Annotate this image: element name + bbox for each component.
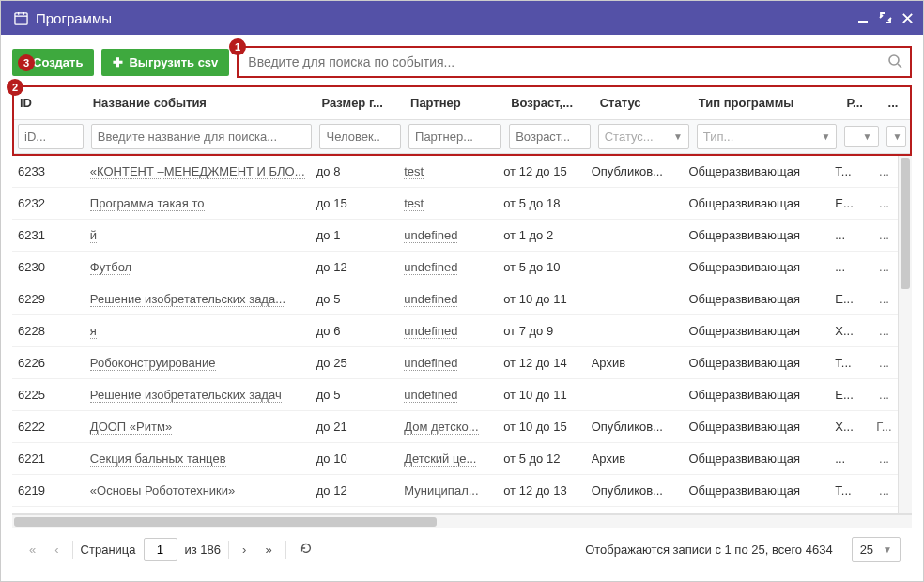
cell-age: от 12 до 14 bbox=[498, 347, 585, 379]
cell-status: Архив bbox=[586, 347, 684, 379]
table-row[interactable]: 6232Программа такая тодо 15testот 5 до 1… bbox=[12, 188, 898, 220]
cell-size: до 1 bbox=[311, 220, 398, 252]
col-r[interactable]: Р... bbox=[840, 87, 882, 119]
svg-rect-0 bbox=[15, 12, 27, 23]
grid-header-table: iD Название события Размер г... Партнер … bbox=[14, 87, 910, 154]
search-icon[interactable] bbox=[887, 54, 902, 71]
cell-name[interactable]: Решение изобретательских зада... bbox=[85, 283, 311, 315]
cell-partner[interactable]: test bbox=[398, 188, 498, 220]
table-row[interactable]: 6231йдо 1undefinedот 1 до 2Общеразвивающ… bbox=[12, 220, 898, 252]
maximize-button[interactable] bbox=[879, 11, 892, 24]
cell-more[interactable]: ... bbox=[870, 156, 898, 188]
last-page-button[interactable]: » bbox=[259, 539, 277, 560]
table-row[interactable]: 6226Робоконструированиедо 25undefinedот … bbox=[12, 347, 898, 379]
search-input[interactable] bbox=[248, 54, 887, 69]
cell-partner[interactable]: test bbox=[398, 156, 498, 188]
export-csv-button[interactable]: ✚ Выгрузить csv bbox=[101, 49, 229, 76]
cell-size: до 15 bbox=[311, 188, 398, 220]
table-row[interactable]: 6219«Основы Робототехники»до 12Муниципал… bbox=[12, 475, 898, 507]
filter-name[interactable] bbox=[91, 124, 313, 149]
cell-partner[interactable]: undefined bbox=[398, 315, 498, 347]
col-age[interactable]: Возраст,... bbox=[505, 87, 594, 119]
cell-age: от 7 до 9 bbox=[498, 315, 585, 347]
col-id[interactable]: iD bbox=[14, 87, 87, 119]
cell-partner[interactable]: undefined bbox=[398, 220, 498, 252]
cell-name[interactable]: й bbox=[85, 220, 311, 252]
filter-partner[interactable] bbox=[408, 124, 501, 149]
cell-partner[interactable]: undefined bbox=[398, 252, 498, 283]
next-page-button[interactable]: › bbox=[237, 539, 252, 560]
col-size[interactable]: Размер г... bbox=[316, 87, 405, 119]
cell-more[interactable]: ... bbox=[870, 252, 898, 283]
table-row[interactable]: 6230Футболдо 12undefinedот 5 до 10Общера… bbox=[12, 252, 898, 283]
cell-status bbox=[586, 315, 684, 347]
cell-partner[interactable]: Муниципал... bbox=[398, 475, 498, 507]
page-input[interactable] bbox=[144, 538, 177, 561]
perpage-select[interactable]: 25▼ bbox=[852, 537, 901, 562]
cell-name[interactable]: Робоконструирование bbox=[85, 347, 311, 379]
table-row[interactable]: 6225Решение изобретательских задачдо 5un… bbox=[12, 379, 898, 411]
cell-age: от 5 до 12 bbox=[498, 443, 585, 475]
table-row[interactable]: 6221Секция бальных танцевдо 10Детский це… bbox=[12, 443, 898, 475]
cell-more[interactable]: ... bbox=[870, 347, 898, 379]
close-button[interactable] bbox=[901, 12, 914, 24]
cell-more[interactable]: ... bbox=[870, 188, 898, 220]
cell-type: Общеразвивающая bbox=[683, 220, 829, 252]
cell-more[interactable]: ... bbox=[870, 443, 898, 475]
cell-type: Общеразвивающая bbox=[683, 379, 829, 411]
cell-type: Общеразвивающая bbox=[683, 188, 829, 220]
cell-partner[interactable]: undefined bbox=[398, 347, 498, 379]
first-page-button[interactable]: « bbox=[23, 539, 41, 560]
cell-name[interactable]: Решение изобретательских задач bbox=[85, 379, 311, 411]
cell-name[interactable]: я bbox=[85, 315, 311, 347]
cell-status: Опубликов... bbox=[586, 475, 684, 507]
filter-row: Статус...▼ Тип...▼ ▼ ▼ bbox=[14, 119, 910, 153]
col-partner[interactable]: Партнер bbox=[405, 87, 505, 119]
calendar-icon bbox=[14, 11, 28, 25]
prev-page-button[interactable]: ‹ bbox=[49, 539, 64, 560]
cell-name[interactable]: Футбол bbox=[85, 252, 311, 283]
vertical-scrollbar[interactable] bbox=[898, 156, 912, 515]
cell-partner[interactable]: Детский це... bbox=[398, 443, 498, 475]
table-row[interactable]: 6222ДООП «Ритм»до 21Дом детско...от 10 д… bbox=[12, 411, 898, 443]
filter-status[interactable]: Статус...▼ bbox=[598, 124, 689, 149]
col-more[interactable]: ... bbox=[883, 87, 910, 119]
window: Программы 1 2 3 Создать ✚ Выгрузить csv bbox=[0, 0, 924, 582]
col-status[interactable]: Статус bbox=[594, 87, 693, 119]
filter-r[interactable]: ▼ bbox=[844, 126, 878, 147]
cell-name[interactable]: «Основы Робототехники» bbox=[85, 475, 311, 507]
table-row[interactable]: 6233«КОНТЕНТ –МЕНЕДЖМЕНТ И БЛО...до 8tes… bbox=[12, 156, 898, 188]
filter-more[interactable]: ▼ bbox=[886, 126, 906, 147]
cell-more[interactable]: ... bbox=[870, 220, 898, 252]
cell-status bbox=[586, 252, 684, 283]
col-name[interactable]: Название события bbox=[87, 87, 316, 119]
scrollbar-thumb[interactable] bbox=[901, 158, 910, 289]
cell-more[interactable]: ... bbox=[870, 283, 898, 315]
filter-age[interactable] bbox=[509, 124, 591, 149]
horizontal-scrollbar[interactable] bbox=[12, 514, 912, 528]
cell-name[interactable]: «КОНТЕНТ –МЕНЕДЖМЕНТ И БЛО... bbox=[85, 156, 311, 188]
cell-name[interactable]: Секция бальных танцев bbox=[85, 443, 311, 475]
filter-id[interactable] bbox=[18, 124, 84, 149]
minimize-button[interactable] bbox=[856, 11, 870, 24]
cell-more[interactable]: Г... bbox=[870, 411, 898, 443]
reload-button[interactable] bbox=[294, 538, 318, 561]
cell-partner[interactable]: undefined bbox=[398, 283, 498, 315]
cell-name[interactable]: Программа такая то bbox=[85, 188, 311, 220]
titlebar: Программы bbox=[1, 1, 923, 35]
cell-more[interactable]: ... bbox=[870, 315, 898, 347]
table-row[interactable]: 6229Решение изобретательских зада...до 5… bbox=[12, 283, 898, 315]
cell-more[interactable]: ... bbox=[870, 475, 898, 507]
cell-partner[interactable]: undefined bbox=[398, 379, 498, 411]
cell-type: Общеразвивающая bbox=[683, 443, 829, 475]
scrollbar-thumb[interactable] bbox=[14, 517, 437, 527]
cell-partner[interactable]: Дом детско... bbox=[398, 411, 498, 443]
filter-type[interactable]: Тип...▼ bbox=[697, 124, 838, 149]
filter-size[interactable] bbox=[319, 124, 401, 149]
cell-more[interactable]: ... bbox=[870, 379, 898, 411]
content: 1 2 3 Создать ✚ Выгрузить csv bbox=[1, 35, 923, 581]
table-row[interactable]: 6228ядо 6undefinedот 7 до 9Общеразвивающ… bbox=[12, 315, 898, 347]
col-type[interactable]: Тип программы bbox=[693, 87, 841, 119]
cell-name[interactable]: ДООП «Ритм» bbox=[85, 411, 311, 443]
cell-type: Общеразвивающая bbox=[683, 156, 829, 188]
